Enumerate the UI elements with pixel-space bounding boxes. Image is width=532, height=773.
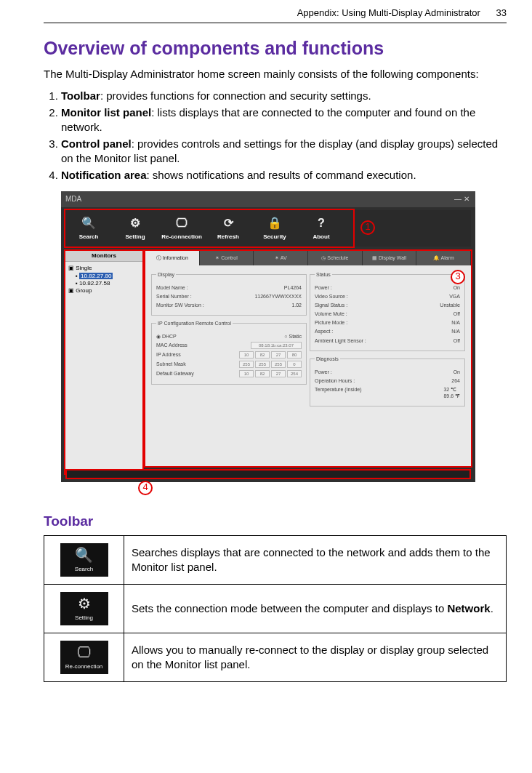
toolbar-table: 🔍Search Searches displays that are conne…: [44, 535, 507, 682]
toolbar-heading: Toolbar: [44, 513, 507, 531]
page-title: Overview of components and functions: [44, 36, 507, 60]
callout-4: 4: [138, 481, 153, 495]
highlight-4: [65, 469, 471, 479]
components-list: Toolbar: provides functions for connecti…: [44, 89, 507, 183]
header-page: 33: [496, 7, 507, 18]
screenshot: MDA —✕ 🔍Search ⚙Setting 🖵Re-connection ⟳…: [61, 191, 475, 482]
reconnection-desc: Allows you to manually re-connect to the…: [124, 633, 507, 681]
highlight-3: [144, 249, 472, 468]
table-row: ⚙Setting Sets the connection mode betwee…: [44, 584, 507, 633]
search-desc: Searches displays that are connected to …: [124, 535, 507, 584]
highlight-1: [64, 209, 355, 248]
list-item: Notification area: shows notifications a…: [61, 168, 507, 183]
intro-text: The Multi-Display Administrator home scr…: [44, 67, 507, 81]
app-title: MDA: [65, 194, 81, 204]
page-header: Appendix: Using Multi-Display Administra…: [44, 7, 507, 23]
search-icon-large: 🔍Search: [60, 543, 108, 577]
reconnection-icon-large: 🖵Re-connection: [60, 641, 108, 674]
table-row: 🖵Re-connection Allows you to manually re…: [44, 633, 507, 681]
callout-1: 1: [360, 220, 375, 235]
window-titlebar: MDA —✕: [61, 191, 475, 207]
list-item: Monitor list panel: lists displays that …: [61, 105, 507, 134]
window-buttons: —✕: [454, 194, 471, 204]
setting-icon-large: ⚙Setting: [60, 592, 108, 625]
close-icon[interactable]: ✕: [462, 194, 471, 204]
highlight-2: [64, 249, 144, 475]
minimize-icon[interactable]: —: [454, 194, 462, 204]
setting-desc: Sets the connection mode between the com…: [124, 584, 507, 633]
list-item: Toolbar: provides functions for connecti…: [61, 89, 507, 103]
table-row: 🔍Search Searches displays that are conne…: [44, 535, 507, 584]
list-item: Control panel: provides controls and set…: [61, 137, 507, 165]
header-title: Appendix: Using Multi-Display Administra…: [297, 7, 480, 18]
callout-3: 3: [451, 270, 465, 284]
